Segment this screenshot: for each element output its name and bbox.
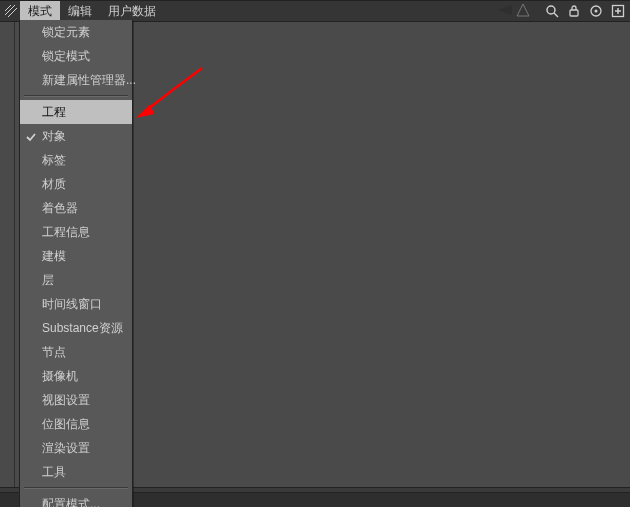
dropdown-item[interactable]: 材质	[20, 172, 132, 196]
svg-line-6	[554, 13, 558, 17]
nav-back-icon[interactable]	[496, 3, 514, 20]
dropdown-item[interactable]: 新建属性管理器...	[20, 68, 132, 92]
dropdown-item[interactable]: 着色器	[20, 196, 132, 220]
dropdown-item[interactable]: 建模	[20, 244, 132, 268]
svg-line-2	[5, 5, 13, 13]
grip-icon[interactable]	[0, 1, 20, 21]
dropdown-item[interactable]: 标签	[20, 148, 132, 172]
dropdown-item-label: 渲染设置	[42, 440, 90, 457]
dropdown-item-label: 摄像机	[42, 368, 78, 385]
dropdown-item-label: 层	[42, 272, 54, 289]
dropdown-item-label: 位图信息	[42, 416, 90, 433]
dropdown-item-label: 工程	[42, 104, 66, 121]
dropdown-item[interactable]: 层	[20, 268, 132, 292]
menu-1[interactable]: 编辑	[60, 1, 100, 21]
add-icon[interactable]	[610, 3, 626, 19]
dropdown-item-label: 材质	[42, 176, 66, 193]
dropdown-item[interactable]: 位图信息	[20, 412, 132, 436]
dropdown-item[interactable]: 渲染设置	[20, 436, 132, 460]
menubar: 模式编辑用户数据	[0, 0, 630, 22]
dropdown-item-label: 配置模式...	[42, 496, 100, 508]
dropdown-item-label: 工程信息	[42, 224, 90, 241]
dropdown-item[interactable]: 对象	[20, 124, 132, 148]
dropdown-item-label: 工具	[42, 464, 66, 481]
menu-2[interactable]: 用户数据	[100, 1, 164, 21]
target-icon[interactable]	[588, 3, 604, 19]
dropdown-item-label: 视图设置	[42, 392, 90, 409]
dropdown-item[interactable]: 锁定模式	[20, 44, 132, 68]
dropdown-item[interactable]: 锁定元素	[20, 20, 132, 44]
dropdown-item-label: 时间线窗口	[42, 296, 102, 313]
menu-separator	[24, 95, 128, 97]
check-icon	[26, 131, 36, 141]
dropdown-item[interactable]: 配置模式...	[20, 492, 132, 507]
svg-marker-4	[517, 4, 529, 16]
menu-separator	[24, 487, 128, 489]
dropdown-item[interactable]: 工具	[20, 460, 132, 484]
dropdown-item-label: 着色器	[42, 200, 78, 217]
dropdown-item-label: 锁定元素	[42, 24, 90, 41]
dropdown-item-label: 锁定模式	[42, 48, 90, 65]
nav-history	[496, 3, 530, 20]
dropdown-item[interactable]: 视图设置	[20, 388, 132, 412]
dropdown-item-label: 新建属性管理器...	[42, 72, 136, 89]
svg-line-1	[8, 8, 17, 17]
toolbar-right	[544, 1, 626, 21]
menu-0[interactable]: 模式	[20, 1, 60, 21]
dropdown-item-label: 节点	[42, 344, 66, 361]
search-icon[interactable]	[544, 3, 560, 19]
dropdown-item[interactable]: 时间线窗口	[20, 292, 132, 316]
dropdown-item[interactable]: 节点	[20, 340, 132, 364]
svg-point-9	[595, 10, 598, 13]
dropdown-item-label: 标签	[42, 152, 66, 169]
dropdown-item-label: 对象	[42, 128, 66, 145]
dropdown-item[interactable]: 摄像机	[20, 364, 132, 388]
mode-dropdown: 锁定元素锁定模式新建属性管理器...工程对象标签材质着色器工程信息建模层时间线窗…	[19, 20, 133, 507]
lock-icon[interactable]	[566, 3, 582, 19]
svg-rect-7	[570, 10, 578, 16]
nav-up-icon[interactable]	[516, 3, 530, 20]
dropdown-item[interactable]: Substance资源	[20, 316, 132, 340]
dropdown-item[interactable]: 工程信息	[20, 220, 132, 244]
dropdown-item[interactable]: 工程	[20, 100, 132, 124]
svg-point-5	[547, 6, 555, 14]
dropdown-item-label: Substance资源	[42, 320, 123, 337]
svg-marker-3	[498, 5, 512, 15]
dropdown-item-label: 建模	[42, 248, 66, 265]
